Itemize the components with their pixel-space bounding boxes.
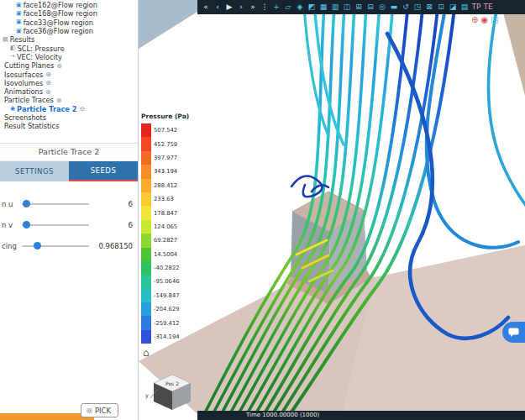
legend-value: 397.977 — [154, 155, 177, 161]
tree-item[interactable]: Cutting Planes ⊕ — [0, 61, 138, 70]
point-probe-icon[interactable]: ⊡ — [435, 0, 447, 14]
panel-tabs: SETTINGS SEEDS — [0, 161, 138, 181]
slider-track[interactable] — [22, 224, 89, 226]
skip-to-last-icon[interactable]: » — [247, 0, 259, 14]
skip-to-first-icon[interactable]: « — [200, 0, 212, 14]
scalar-field-icon: ◧ — [10, 45, 16, 51]
rotate-view-icon[interactable]: ◳ — [412, 0, 423, 14]
screenshot-icon[interactable]: ◎ — [376, 0, 388, 14]
statistics-icon[interactable]: ▤ — [459, 0, 470, 14]
record-icon[interactable]: ◉ — [480, 15, 488, 24]
isovolume-icon[interactable]: ◩ — [306, 0, 318, 14]
pick-button[interactable]: ◎ PICK — [81, 403, 118, 417]
time-status-bar: Time 1000.00000 (1000) — [197, 411, 525, 420]
legend-entry: 233.63 — [141, 192, 189, 206]
tree-item-label: Isovolumes — [4, 79, 43, 87]
view-box-icon[interactable]: ◳ — [491, 15, 498, 24]
domain-wall-right — [500, 0, 525, 96]
3d-scene[interactable]: Pos 2 y — [139, 0, 525, 420]
legend-entry: 343.194 — [141, 165, 189, 178]
trace-points-icon[interactable]: TP — [470, 0, 482, 14]
pressure-legend: Pressure (Pa) 507.542 452.759 397.977 — [141, 113, 189, 344]
tab-settings[interactable]: SETTINGS — [0, 161, 69, 181]
legend-value: -314.194 — [154, 333, 180, 340]
slider-row: n u 6 — [2, 193, 133, 214]
probe-add-icon[interactable]: ⊕ — [471, 15, 478, 24]
slider-handle[interactable] — [34, 242, 41, 249]
tree-item[interactable]: ◉ Particle Trace 2 ⊖ — [0, 105, 138, 113]
reset-view-icon[interactable]: ↺ — [400, 0, 412, 14]
legend-color-swatch — [141, 302, 151, 316]
grid-icon[interactable]: ▥ — [329, 0, 341, 14]
tab-seeds[interactable]: SEEDS — [69, 161, 138, 181]
mesh-icon[interactable]: ▦ — [318, 0, 329, 14]
cutting-plane-icon[interactable]: ▱ — [282, 0, 294, 14]
clip-icon[interactable]: ◪ — [447, 0, 459, 14]
tree-item[interactable]: ▣ face162@Flow region — [0, 1, 138, 9]
secondary-toolbar: ⊕ ◉ ◳ — [471, 15, 499, 24]
frame-forward-icon[interactable]: › — [235, 0, 247, 14]
legend-title: Pressure (Pa) — [141, 113, 189, 120]
tree-item-label: face162@Flow region — [24, 1, 97, 9]
slider-handle[interactable] — [23, 200, 30, 207]
tree-item-toggle-icon[interactable]: ⊖ — [79, 105, 85, 113]
tree-item[interactable]: Result Statistics — [0, 122, 138, 130]
tree-item[interactable]: → VEC: Velocity — [0, 53, 138, 61]
tree-item[interactable]: Isosurfaces ⊕ — [0, 70, 138, 78]
tree-item-toggle-icon[interactable]: ⊕ — [45, 71, 51, 78]
slider-label: n v — [2, 221, 20, 229]
slider-row: n v 6 — [2, 214, 133, 235]
ruler-icon[interactable]: ▬ — [388, 0, 400, 14]
tree-item[interactable]: Isovolumes ⊕ — [0, 79, 138, 87]
axis-y-label: y — [145, 392, 149, 399]
tree-item[interactable]: ▣ face33@Flow region — [0, 18, 138, 27]
tree-item-label: Result Statistics — [4, 122, 59, 130]
legend-entry: 507.542 — [141, 123, 189, 137]
legend-value: 233.63 — [154, 196, 174, 202]
frame-back-icon[interactable]: ‹ — [212, 0, 223, 14]
legend-colorbar: 507.542 452.759 397.977 343.194 — [141, 123, 189, 344]
tree-item[interactable]: ▣ face36@Flow region — [0, 27, 138, 35]
box-select-icon[interactable]: ⊠ — [423, 0, 435, 14]
legend-color-swatch — [141, 192, 151, 206]
tree-item[interactable]: Particle Traces ⊕ — [0, 96, 138, 104]
axis-cube[interactable]: Pos 2 y — [145, 375, 191, 410]
tree-item-toggle-icon[interactable]: ⊕ — [45, 79, 51, 87]
tree-item[interactable]: ▤ Results — [0, 35, 138, 44]
tree-item-toggle-icon[interactable]: ⊕ — [56, 62, 62, 70]
seed-sliders: n u 6 n v 6 cing — [0, 181, 138, 256]
add-viewer-icon[interactable]: ⊞ — [353, 0, 365, 14]
tree-item[interactable]: ◧ SCL: Pressure — [0, 44, 138, 52]
tree-item-toggle-icon[interactable]: ⊕ — [45, 88, 51, 96]
tree-item-toggle-icon[interactable]: ⊕ — [56, 97, 62, 104]
isosurface-icon[interactable]: ◈ — [294, 0, 306, 14]
legend-value: -95.0646 — [154, 278, 180, 285]
trace-edges-icon[interactable]: TE — [482, 0, 494, 14]
legend-color-swatch — [141, 289, 151, 302]
legend-value: 178.847 — [154, 210, 177, 217]
pick-target-icon: ◎ — [87, 407, 92, 414]
slider-value: 6 — [96, 200, 133, 208]
tree-item-label: Screenshots — [4, 113, 46, 122]
crosshair-icon[interactable]: + — [270, 0, 282, 14]
legend-entry: -95.0646 — [141, 275, 189, 288]
slider-handle[interactable] — [23, 221, 30, 228]
slider-track[interactable] — [22, 245, 89, 247]
legend-value: 124.065 — [154, 223, 177, 230]
mesh-face-icon: ▣ — [16, 3, 22, 8]
legend-value: 343.194 — [154, 168, 177, 175]
tree-item-label: face33@Flow region — [24, 18, 93, 27]
compare-views-icon[interactable]: ◫ — [341, 0, 353, 14]
help-chat-button[interactable] — [502, 322, 525, 343]
overflow-menu-icon[interactable]: ⋮ — [259, 0, 270, 14]
tree-item[interactable]: Screenshots — [0, 113, 138, 122]
play-icon[interactable]: ▶ — [223, 0, 235, 14]
tree-item[interactable]: ▣ face168@Flow region — [0, 9, 138, 18]
render-viewport[interactable]: Pos 2 y « ‹ ▶ › » ⋮ + ▱ ◈ ◩ ▦ ▥ — [139, 0, 525, 420]
tree-item[interactable]: Animations ⊕ — [0, 87, 138, 96]
slider-track[interactable] — [22, 203, 89, 205]
home-icon[interactable]: ⌂ — [143, 347, 150, 359]
remove-viewer-icon[interactable]: ⊟ — [365, 0, 376, 14]
tree-item-label: Results — [10, 35, 35, 44]
legend-color-swatch — [141, 261, 151, 275]
